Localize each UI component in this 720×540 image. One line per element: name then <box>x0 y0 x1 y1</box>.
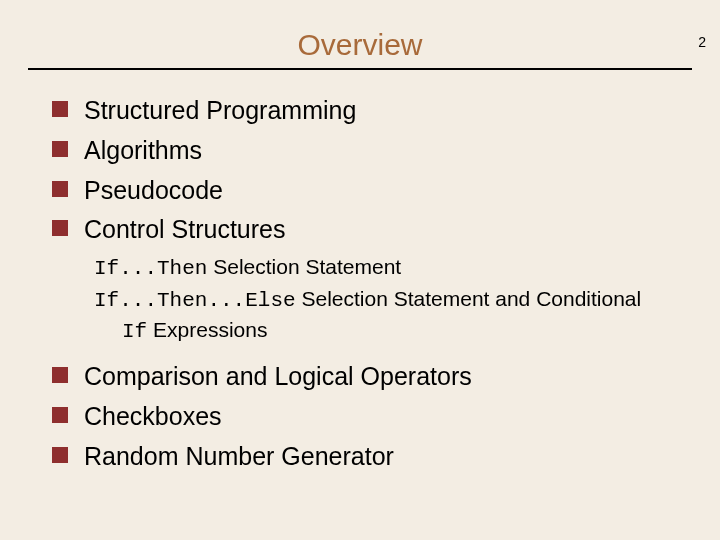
bullet-text: Algorithms <box>84 134 202 168</box>
list-item: Checkboxes <box>52 400 680 434</box>
square-bullet-icon <box>52 447 68 463</box>
square-bullet-icon <box>52 101 68 117</box>
slide: 2 Overview Structured Programming Algori… <box>0 28 720 540</box>
list-item: Control Structures <box>52 213 680 247</box>
square-bullet-icon <box>52 141 68 157</box>
code-text: If...Then...Else <box>94 289 296 312</box>
sub-item-continuation: If Expressions <box>122 316 680 346</box>
square-bullet-icon <box>52 407 68 423</box>
title-rule <box>28 68 692 70</box>
sub-text: Selection Statement and Conditional <box>296 287 642 310</box>
bullet-text: Checkboxes <box>84 400 222 434</box>
square-bullet-icon <box>52 220 68 236</box>
sub-text: Selection Statement <box>207 255 401 278</box>
list-item: Comparison and Logical Operators <box>52 360 680 394</box>
bullet-text: Structured Programming <box>84 94 356 128</box>
bullet-text: Pseudocode <box>84 174 223 208</box>
slide-title: Overview <box>0 28 720 62</box>
list-item: Pseudocode <box>52 174 680 208</box>
code-text: If...Then <box>94 257 207 280</box>
list-item: Structured Programming <box>52 94 680 128</box>
list-item: Algorithms <box>52 134 680 168</box>
sub-text: Expressions <box>147 318 267 341</box>
sub-item: If...Then Selection Statement <box>94 253 680 283</box>
code-text: If <box>122 320 147 343</box>
page-number: 2 <box>698 34 706 50</box>
list-item: Random Number Generator <box>52 440 680 474</box>
bullet-text: Random Number Generator <box>84 440 394 474</box>
square-bullet-icon <box>52 181 68 197</box>
bullet-text: Control Structures <box>84 213 285 247</box>
sub-item: If...Then...Else Selection Statement and… <box>94 285 680 346</box>
bullet-text: Comparison and Logical Operators <box>84 360 472 394</box>
content-area: Structured Programming Algorithms Pseudo… <box>52 94 680 473</box>
square-bullet-icon <box>52 367 68 383</box>
